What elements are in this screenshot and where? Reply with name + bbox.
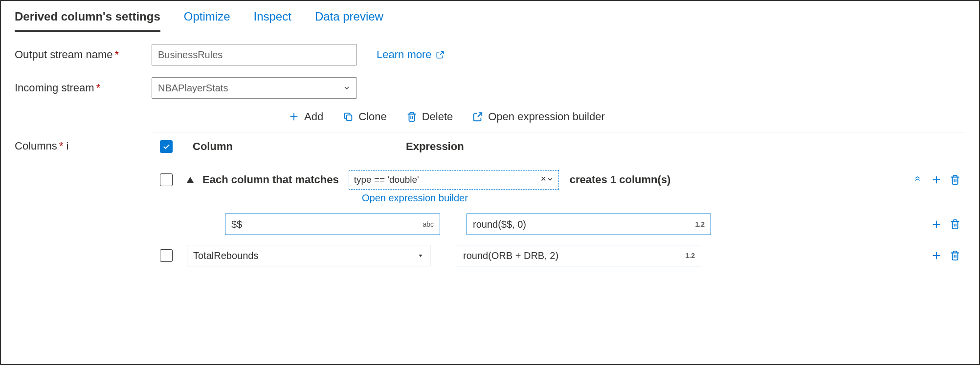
column-name-select[interactable]: TotalRebounds	[187, 245, 430, 266]
tabs: Derived column's settings Optimize Inspe…	[1, 1, 979, 32]
add-button[interactable]: Add	[289, 110, 323, 123]
pattern-prefix-label: Each column that matches	[202, 173, 339, 186]
row-checkbox[interactable]	[160, 173, 173, 186]
add-row-button[interactable]	[931, 250, 942, 261]
chevron-down-icon	[343, 84, 351, 92]
add-row-button[interactable]	[931, 219, 942, 230]
caret-down-icon	[417, 252, 424, 259]
column-pattern-row: Each column that matches type == 'double…	[152, 161, 965, 193]
delete-button[interactable]: Delete	[406, 110, 453, 123]
column-name-expression-input[interactable]: $$ abc	[225, 214, 440, 235]
collapse-chevron-icon[interactable]	[912, 175, 923, 184]
tab-data-preview[interactable]: Data preview	[315, 10, 383, 32]
tab-inspect[interactable]: Inspect	[253, 10, 291, 32]
open-expression-builder-link[interactable]: Open expression builder	[362, 193, 965, 209]
row-checkbox[interactable]	[160, 249, 173, 262]
incoming-stream-select[interactable]: NBAPlayerStats	[152, 77, 357, 99]
open-expression-builder-button[interactable]: Open expression builder	[472, 110, 604, 123]
delete-row-button[interactable]	[950, 174, 960, 185]
trash-icon	[406, 111, 417, 122]
tab-derived-column-settings[interactable]: Derived column's settings	[15, 10, 160, 32]
clone-button[interactable]: Clone	[343, 110, 386, 123]
column-row: TotalRebounds round(ORB + DRB, 2) 1.2	[152, 240, 965, 271]
info-icon[interactable]: i	[67, 140, 69, 152]
learn-more-link[interactable]: Learn more	[377, 48, 445, 61]
clear-dropdown-icon[interactable]	[540, 175, 554, 184]
delete-row-button[interactable]	[950, 250, 960, 261]
table-header-expression: Expression	[406, 140, 965, 153]
external-link-icon	[436, 50, 445, 59]
delete-row-button[interactable]	[950, 219, 960, 230]
columns-table: Column Expression Each column that match…	[152, 132, 965, 271]
select-all-checkbox[interactable]	[160, 140, 173, 153]
value-expression-input[interactable]: round(ORB + DRB, 2) 1.2	[457, 245, 701, 266]
pattern-mapping-row: $$ abc round($$, 0) 1.2	[152, 209, 965, 240]
pattern-condition-input[interactable]: type == 'double'	[349, 170, 559, 190]
output-stream-name-input[interactable]: BusinessRules	[152, 44, 357, 65]
copy-icon	[343, 111, 354, 122]
checkmark-icon	[162, 142, 171, 151]
value-expression-input[interactable]: round($$, 0) 1.2	[467, 214, 711, 235]
table-header-column: Column	[193, 140, 398, 153]
tab-optimize[interactable]: Optimize	[184, 10, 230, 32]
expand-triangle-icon[interactable]	[187, 177, 194, 183]
add-row-button[interactable]	[931, 174, 942, 185]
plus-icon	[289, 111, 299, 122]
external-link-icon	[472, 111, 483, 122]
incoming-stream-label: Incoming stream*	[15, 82, 152, 94]
columns-label: Columns* i	[15, 110, 152, 152]
output-stream-name-label: Output stream name*	[15, 48, 152, 61]
svg-rect-0	[346, 115, 352, 120]
pattern-suffix-label: creates 1 column(s)	[570, 173, 671, 186]
